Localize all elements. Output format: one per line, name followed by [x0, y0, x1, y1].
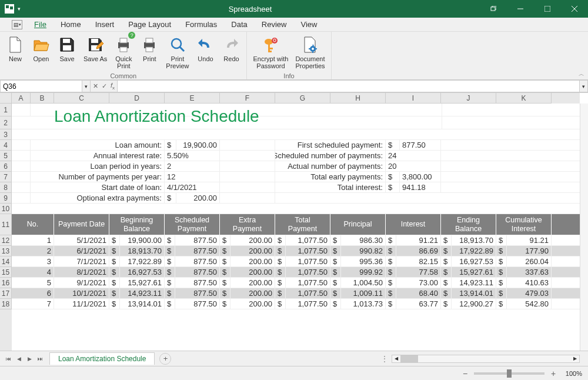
cell[interactable]: 1,004.50	[341, 278, 386, 288]
cell[interactable]: 6	[12, 288, 54, 298]
cell[interactable]: 86.69	[396, 246, 441, 256]
row-header-17[interactable]: 17	[0, 288, 12, 299]
formula-expand-icon[interactable]: ▾	[580, 80, 588, 92]
cell[interactable]: 19,900.00	[120, 235, 165, 245]
cell[interactable]: 3	[12, 256, 54, 266]
open-button[interactable]: Open	[28, 33, 54, 72]
currency-symbol[interactable]: $	[109, 267, 120, 277]
currency-symbol[interactable]: $	[165, 246, 175, 256]
cell[interactable]: 995.36	[341, 256, 386, 266]
cell[interactable]: 200.00	[176, 193, 220, 203]
cell[interactable]	[220, 182, 275, 192]
cell[interactable]: 986.30	[341, 235, 386, 245]
cell[interactable]	[12, 182, 31, 192]
maximize-button[interactable]	[534, 0, 561, 18]
accept-formula-icon[interactable]: ✓	[102, 82, 107, 90]
col-header-A[interactable]: A	[12, 93, 31, 104]
cell[interactable]: 1,077.50	[286, 278, 330, 288]
cell[interactable]: 410.63	[507, 278, 552, 288]
collapse-ribbon-icon[interactable]: ︿	[579, 70, 584, 78]
currency-symbol[interactable]: $	[330, 235, 341, 245]
menu-insert[interactable]: Insert	[88, 18, 122, 31]
currency-symbol[interactable]: $	[496, 235, 507, 245]
currency-symbol[interactable]: $	[330, 288, 341, 298]
table-header[interactable]: BeginningBalance	[109, 214, 165, 235]
col-header-H[interactable]: H	[330, 93, 386, 104]
vertical-scrollbar[interactable]	[580, 104, 588, 351]
currency-symbol[interactable]: $	[496, 278, 507, 288]
cell[interactable]: 13,914.01	[120, 299, 165, 309]
currency-symbol[interactable]: $	[165, 278, 175, 288]
currency-symbol[interactable]: $	[386, 278, 396, 288]
currency-symbol[interactable]: $	[386, 235, 396, 245]
currency-symbol[interactable]: $	[275, 246, 286, 256]
currency-symbol[interactable]: $	[496, 299, 507, 309]
cell[interactable]: 20	[386, 161, 441, 171]
cell[interactable]: 877.50	[400, 140, 441, 150]
cell[interactable]: 7/1/2021	[54, 256, 109, 266]
currency-symbol[interactable]: $	[165, 256, 175, 266]
currency-symbol[interactable]: $	[441, 256, 452, 266]
summary-label[interactable]: Actual number of payments:	[275, 161, 386, 171]
menu-page-layout[interactable]: Page Layout	[121, 18, 178, 31]
currency-symbol[interactable]: $	[275, 235, 286, 245]
cell[interactable]: 200.00	[230, 256, 275, 266]
menu-view[interactable]: View	[293, 18, 324, 31]
sheet-tab[interactable]: Loan Amortization Schedule	[49, 352, 155, 365]
docprops-button[interactable]: DocumentProperties	[292, 33, 328, 72]
cell[interactable]: 1,077.50	[286, 267, 330, 277]
scroll-right-icon[interactable]: ▶	[571, 355, 579, 363]
table-header[interactable]: EndingBalance	[441, 214, 496, 235]
cell[interactable]: 200.00	[230, 267, 275, 277]
cell[interactable]: 1,077.50	[286, 235, 330, 245]
cell[interactable]: 9/1/2021	[54, 278, 109, 288]
formula-input[interactable]	[118, 80, 580, 92]
currency-symbol[interactable]: $	[275, 256, 286, 266]
currency-symbol[interactable]: $	[165, 299, 175, 309]
cell[interactable]: $	[165, 140, 176, 150]
cell[interactable]: 877.50	[175, 256, 220, 266]
restore-button[interactable]	[480, 0, 507, 18]
currency-symbol[interactable]: $	[330, 278, 341, 288]
currency-symbol[interactable]: $	[220, 278, 230, 288]
cell[interactable]: 13,914.01	[452, 288, 496, 298]
cell[interactable]: 17,922.89	[452, 246, 496, 256]
summary-label[interactable]: First scheduled payment:	[275, 140, 386, 150]
cell[interactable]: 2	[165, 161, 220, 171]
cell[interactable]: 177.90	[507, 246, 552, 256]
currency-symbol[interactable]: $	[165, 267, 175, 277]
table-header[interactable]: Payment Date	[54, 214, 109, 235]
scroll-left-icon[interactable]: ◀	[392, 355, 400, 363]
tab-last-icon[interactable]: ⏭	[35, 354, 45, 364]
cell[interactable]: 877.50	[175, 288, 220, 298]
currency-symbol[interactable]: $	[441, 278, 452, 288]
row-header-14[interactable]: 14	[0, 256, 12, 267]
cell[interactable]: 8/1/2021	[54, 267, 109, 277]
zoom-value[interactable]: 100%	[562, 370, 582, 377]
cell[interactable]: 6/1/2021	[54, 246, 109, 256]
col-header-I[interactable]: I	[386, 93, 441, 104]
currency-symbol[interactable]: $	[109, 278, 120, 288]
summary-label[interactable]: Total early payments:	[275, 172, 386, 182]
cell[interactable]	[220, 161, 275, 171]
row-header-2[interactable]: 2	[0, 116, 12, 129]
row-header-12[interactable]: 12	[0, 235, 12, 246]
table-header[interactable]: Interest	[386, 214, 441, 235]
currency-symbol[interactable]: $	[109, 246, 120, 256]
table-header[interactable]: TotalPayment	[275, 214, 330, 235]
cell[interactable]: 14,923.11	[120, 288, 165, 298]
cell[interactable]: 19,900.00	[176, 140, 220, 150]
currency-symbol[interactable]: $	[109, 235, 120, 245]
cell[interactable]: 200.00	[230, 246, 275, 256]
cell[interactable]: 200.00	[230, 299, 275, 309]
table-header[interactable]: CumulativeInterest	[496, 214, 552, 235]
cell[interactable]: 1,077.50	[286, 288, 330, 298]
print-button[interactable]: Print	[136, 33, 162, 72]
cell[interactable]: 77.58	[396, 267, 441, 277]
cell[interactable]: 63.77	[396, 299, 441, 309]
col-header-B[interactable]: B	[31, 93, 54, 104]
summary-label[interactable]: Number of payments per year:	[31, 172, 165, 182]
row-header-4[interactable]: 4	[0, 140, 12, 151]
summary-label[interactable]: Start date of loan:	[31, 182, 165, 192]
row-header-3[interactable]: 3	[0, 129, 12, 140]
